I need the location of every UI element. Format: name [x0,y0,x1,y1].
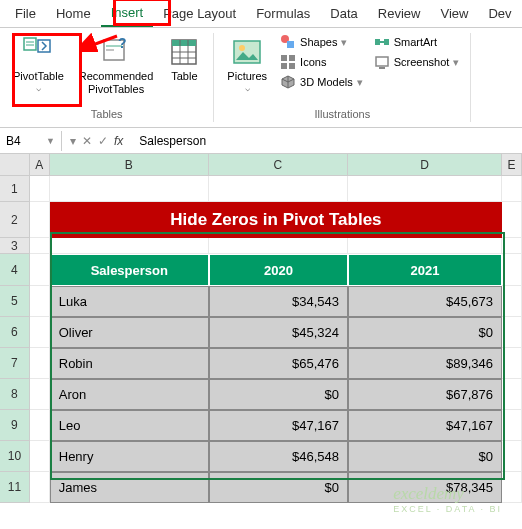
cell[interactable] [502,379,522,410]
tab-file[interactable]: File [5,1,46,26]
tab-pagelayout[interactable]: Page Layout [153,1,246,26]
confirm-formula-icon[interactable]: ✓ [98,134,108,148]
cell[interactable] [348,176,502,202]
cell-y2[interactable]: $89,346 [348,348,502,379]
row-header[interactable]: 7 [0,348,30,379]
cell-y1[interactable]: $45,324 [209,317,348,348]
cell[interactable] [30,286,50,317]
cell-name[interactable]: Oliver [50,317,209,348]
icons-button[interactable]: Icons [277,53,366,71]
screenshot-button[interactable]: Screenshot ▾ [371,53,463,71]
formula-dropdown-icon[interactable]: ▾ [70,134,76,148]
cell[interactable] [30,410,50,441]
col-header-A[interactable]: A [30,154,50,176]
tab-data[interactable]: Data [320,1,367,26]
shapes-button[interactable]: Shapes ▾ [277,33,366,51]
row-3: 3 [0,238,522,254]
annotation-arrow [82,32,122,52]
col-header-D[interactable]: D [348,154,502,176]
cell-y2[interactable]: $0 [348,441,502,472]
ribbon-group-tables-label: Tables [91,106,123,122]
cell[interactable] [502,348,522,379]
cell[interactable] [348,238,502,254]
cell-y1[interactable]: $47,167 [209,410,348,441]
cell-y2[interactable]: $0 [348,317,502,348]
cell-y2[interactable]: $45,673 [348,286,502,317]
cell[interactable] [502,441,522,472]
tab-review[interactable]: Review [368,1,431,26]
row-header[interactable]: 10 [0,441,30,472]
row-header[interactable]: 8 [0,379,30,410]
3dmodels-button[interactable]: 3D Models ▾ [277,73,366,91]
table-row: 9 Leo $47,167 $47,167 [0,410,522,441]
row-header[interactable]: 11 [0,472,30,503]
table-header-2020[interactable]: 2020 [209,254,348,286]
tab-home[interactable]: Home [46,1,101,26]
cell[interactable] [209,238,348,254]
cell-name[interactable]: Robin [50,348,209,379]
cell-name[interactable]: Aron [50,379,209,410]
cell[interactable] [502,317,522,348]
row-1: 1 [0,176,522,202]
cell[interactable] [50,176,209,202]
cell[interactable] [502,202,522,238]
table-header-2021[interactable]: 2021 [348,254,502,286]
cell[interactable] [502,176,522,202]
cell-name[interactable]: Luka [50,286,209,317]
col-header-C[interactable]: C [209,154,348,176]
cell-y1[interactable]: $34,543 [209,286,348,317]
cell[interactable] [30,202,50,238]
cell[interactable] [30,254,50,286]
row-header-4[interactable]: 4 [0,254,30,286]
cell[interactable] [502,238,522,254]
cancel-formula-icon[interactable]: ✕ [82,134,92,148]
title-banner[interactable]: Hide Zeros in Pivot Tables [50,202,502,238]
row-header[interactable]: 5 [0,286,30,317]
tab-view[interactable]: View [430,1,478,26]
formula-input[interactable] [131,131,522,151]
cell[interactable] [30,472,50,503]
tab-insert[interactable]: Insert [101,0,154,27]
cell[interactable] [502,254,522,286]
cell[interactable] [30,317,50,348]
row-header-2[interactable]: 2 [0,202,30,238]
svg-rect-20 [281,63,287,69]
cell-y2[interactable]: $47,167 [348,410,502,441]
cell-y1[interactable]: $65,476 [209,348,348,379]
cell[interactable] [30,379,50,410]
table-icon [168,36,200,68]
table-button[interactable]: Table [163,33,205,86]
tab-formulas[interactable]: Formulas [246,1,320,26]
pivottable-button[interactable]: PivotTable ⌵ [8,33,69,96]
cell[interactable] [209,176,348,202]
cell[interactable] [30,238,50,254]
row-header[interactable]: 6 [0,317,30,348]
select-all-corner[interactable] [0,154,30,176]
table-header-salesperson[interactable]: Salesperson [50,254,209,286]
cell[interactable] [30,176,50,202]
recommended-pivottables-label: Recommended PivotTables [79,70,154,96]
cell[interactable] [30,441,50,472]
cell[interactable] [30,348,50,379]
cell[interactable] [502,286,522,317]
cell-y1[interactable]: $0 [209,472,348,503]
smartart-button[interactable]: SmartArt [371,33,463,51]
row-header-3[interactable]: 3 [0,238,30,254]
cell[interactable] [502,472,522,503]
name-box[interactable]: B4▼ [0,131,62,151]
cell[interactable] [50,238,209,254]
tab-dev[interactable]: Dev [478,1,521,26]
cell-y1[interactable]: $0 [209,379,348,410]
fx-icon[interactable]: fx [114,134,123,148]
row-header-1[interactable]: 1 [0,176,30,202]
cell-y2[interactable]: $67,876 [348,379,502,410]
col-header-B[interactable]: B [50,154,209,176]
pictures-button[interactable]: Pictures ⌵ [222,33,272,96]
col-header-E[interactable]: E [502,154,522,176]
cell-y1[interactable]: $46,548 [209,441,348,472]
cell[interactable] [502,410,522,441]
cell-name[interactable]: Henry [50,441,209,472]
cell-name[interactable]: Leo [50,410,209,441]
cell-name[interactable]: James [50,472,209,503]
row-header[interactable]: 9 [0,410,30,441]
